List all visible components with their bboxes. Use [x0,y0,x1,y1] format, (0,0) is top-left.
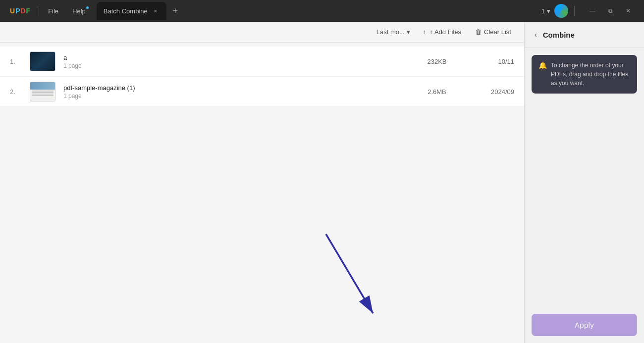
file-name: a [63,54,409,61]
file-index: 1. [10,58,22,65]
sort-label: Last mo... [376,28,405,36]
file-date: 10/11 [465,58,514,65]
clear-list-button[interactable]: 🗑 Clear List [470,26,516,38]
thumbnail-image [30,52,55,71]
sort-button[interactable]: Last mo... ▾ [373,26,414,38]
file-list: 1. a 1 page 232KB 10/11 2. [0,43,524,197]
file-pages: 1 page [63,93,409,99]
new-tab-button[interactable]: + [168,4,182,18]
panel-title: Combine [543,31,575,39]
add-files-label: + Add Files [429,28,461,36]
add-files-icon: + [423,28,427,36]
tab-close-button[interactable]: × [152,7,160,15]
menu-item-file[interactable]: File [41,4,65,18]
file-name: pdf-sample-magazine (1) [63,84,409,92]
maximize-button[interactable]: ⧉ [602,4,618,18]
titlebar-divider [39,6,39,16]
table-row[interactable]: 2. pdf-sample-magazine (1) 1 pag [0,77,524,107]
clear-list-label: Clear List [484,28,511,36]
titlebar: UPDF File Help Batch Combine × + 1 ▾ — ⧉… [0,0,644,22]
user-count[interactable]: 1 ▾ [541,7,550,15]
right-panel: ‹ Combine 🔔 To change the order of your … [524,22,644,343]
titlebar-right: 1 ▾ — ⧉ ✕ [541,4,640,18]
hint-text: To change the order of your PDFs, drag a… [551,61,630,88]
annotation-area [0,197,524,343]
menu-bar: File Help [41,4,93,18]
file-thumbnail [30,82,55,101]
file-size: 232KB [417,58,457,65]
file-info: a 1 page [63,54,409,69]
svg-line-1 [326,234,373,313]
trash-icon: 🗑 [475,28,482,36]
table-row[interactable]: 1. a 1 page 232KB 10/11 [0,47,524,77]
file-thumbnail [30,51,55,71]
add-files-button[interactable]: + + Add Files [418,26,466,38]
minimize-button[interactable]: — [585,4,600,18]
help-notification-dot [86,6,89,9]
main-area: Last mo... ▾ + + Add Files 🗑 Clear List … [0,22,644,343]
hint-box: 🔔 To change the order of your PDFs, drag… [532,55,637,94]
globe-icon[interactable] [554,4,568,18]
thumbnail-image [30,82,55,101]
sort-chevron-icon: ▾ [407,28,410,36]
file-index: 2. [10,88,22,96]
titlebar-right-divider [574,6,575,16]
close-button[interactable]: ✕ [620,4,636,18]
tab-label: Batch Combine [104,7,148,15]
window-controls: — ⧉ ✕ [581,4,636,18]
file-pages: 1 page [63,62,409,69]
file-date: 2024/09 [465,88,514,96]
panel-header: ‹ Combine [525,22,644,48]
file-list-toolbar: Last mo... ▾ + + Add Files 🗑 Clear List [0,22,524,43]
apply-button[interactable]: Apply [532,314,637,336]
menu-item-help[interactable]: Help [65,4,93,18]
file-size: 2.6MB [417,88,457,96]
app-logo[interactable]: UPDF [4,7,37,15]
arrow-annotation [296,219,395,328]
panel-back-button[interactable]: ‹ [533,30,539,40]
batch-combine-tab[interactable]: Batch Combine × [97,2,166,20]
content-area: Last mo... ▾ + + Add Files 🗑 Clear List … [0,22,524,343]
bell-icon: 🔔 [538,61,547,88]
panel-body: 🔔 To change the order of your PDFs, drag… [525,48,644,343]
file-info: pdf-sample-magazine (1) 1 page [63,84,409,99]
tab-area: Batch Combine × + [93,2,541,20]
